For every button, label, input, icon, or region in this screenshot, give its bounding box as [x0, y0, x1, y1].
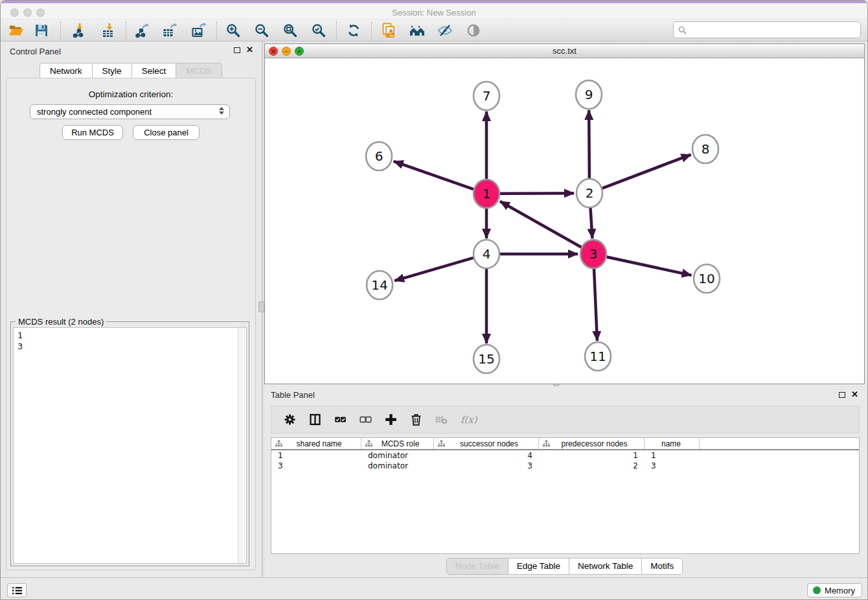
plus-icon — [384, 413, 398, 426]
add-column-button[interactable] — [383, 412, 398, 428]
deselect-all-columns-button[interactable] — [358, 412, 373, 428]
optimization-criterion-label: Optimization criterion: — [6, 89, 255, 99]
graph-node-8[interactable]: 8 — [692, 135, 718, 163]
export-image-button[interactable] — [190, 21, 207, 39]
columns-icon — [308, 413, 322, 426]
graph-node-15[interactable]: 15 — [474, 345, 499, 373]
save-session-button[interactable] — [32, 21, 50, 39]
column-chooser-button[interactable] — [307, 412, 323, 428]
float-panel-icon[interactable] — [234, 47, 240, 53]
graph-edge-4-14[interactable] — [394, 258, 474, 281]
export-table-icon — [162, 23, 177, 38]
hide-selected-button[interactable] — [436, 21, 453, 39]
run-mcds-button[interactable]: Run MCDS — [62, 125, 123, 140]
delete-table-button[interactable] — [433, 412, 449, 428]
graph-edge-1-6[interactable] — [394, 161, 474, 189]
search-box[interactable] — [673, 21, 861, 38]
close-panel-icon[interactable]: ✕ — [246, 47, 253, 53]
graph-node-14[interactable]: 14 — [367, 271, 393, 299]
first-neighbors-button[interactable] — [408, 21, 426, 39]
graph-node-11[interactable]: 11 — [585, 342, 611, 371]
open-session-button[interactable] — [7, 21, 25, 39]
table-body: 1dominator4113dominator323 — [271, 450, 859, 471]
apply-function-button[interactable]: f(x) — [459, 412, 481, 428]
mcds-result-textarea[interactable]: 1 3 — [13, 327, 247, 564]
control-panel-title: Control Panel — [10, 47, 61, 56]
tab-motifs[interactable]: Motifs — [642, 558, 683, 575]
task-history-button[interactable] — [7, 583, 27, 597]
zoom-selected-icon — [311, 23, 326, 38]
eye-ball-icon — [466, 23, 481, 38]
settings-gear-button[interactable] — [282, 412, 297, 428]
tab-edge-table[interactable]: Edge Table — [508, 558, 569, 575]
graph-edge-3-11[interactable] — [594, 268, 597, 341]
optimization-criterion-select[interactable]: strongly connected component — [30, 104, 230, 119]
import-table-button[interactable] — [100, 21, 117, 39]
delete-column-button[interactable] — [408, 412, 424, 428]
table-cell: 3 — [434, 461, 539, 471]
graph-node-4[interactable]: 4 — [474, 240, 499, 268]
close-panel-button[interactable]: Close panel — [133, 125, 200, 140]
refresh-button[interactable] — [345, 21, 362, 39]
svg-text:2: 2 — [586, 185, 594, 201]
float-table-panel-icon[interactable] — [839, 392, 845, 398]
checked-boxes-icon — [334, 413, 347, 426]
graph-node-9[interactable]: 9 — [576, 80, 602, 109]
zoom-in-icon — [225, 23, 241, 38]
table-cell: 1 — [645, 450, 700, 461]
search-icon — [678, 26, 687, 34]
close-table-panel-icon[interactable]: ✕ — [851, 391, 858, 398]
graph-node-2[interactable]: 2 — [577, 179, 602, 207]
column-header-MCDS-role[interactable]: MCDS role — [361, 438, 434, 449]
graph-node-6[interactable]: 6 — [366, 142, 392, 170]
mcds-result-title: MCDS result (2 nodes) — [16, 317, 106, 327]
select-all-columns-button[interactable] — [332, 412, 348, 428]
graph-node-3[interactable]: 3 — [580, 240, 606, 268]
table-cell: dominator — [361, 450, 434, 461]
mcds-result-groupbox: MCDS result (2 nodes) 1 3 — [10, 321, 249, 566]
import-network-button[interactable] — [70, 21, 87, 39]
table-panel: Table Panel ✕ — [264, 388, 865, 577]
table-row[interactable]: 1dominator411 — [271, 450, 859, 461]
table-cell: 3 — [271, 461, 361, 471]
table-cell: dominator — [361, 461, 434, 471]
zoom-out-button[interactable] — [253, 21, 270, 39]
eye-slash-icon — [437, 23, 453, 38]
graph-edge-3-1[interactable] — [500, 202, 582, 248]
svg-text:8: 8 — [702, 141, 710, 157]
column-header-name[interactable]: name — [645, 438, 700, 449]
tab-node-table[interactable]: Node Table — [446, 558, 508, 575]
tab-network-table[interactable]: Network Table — [569, 558, 642, 575]
graph-node-1[interactable]: 1 — [474, 179, 499, 208]
show-all-button[interactable] — [464, 21, 482, 39]
graph-edge-2-9[interactable] — [589, 110, 589, 179]
memory-status-icon — [813, 586, 821, 594]
graph-edge-2-3[interactable] — [590, 207, 592, 238]
memory-button[interactable]: Memory — [807, 583, 862, 597]
export-network-button[interactable] — [133, 21, 150, 39]
search-input[interactable] — [687, 23, 860, 36]
column-header-shared-name[interactable]: shared name — [271, 438, 361, 449]
zoom-fit-button[interactable] — [281, 21, 299, 39]
graph-edge-2-8[interactable] — [602, 155, 691, 189]
network-title: scc.txt — [265, 46, 864, 56]
graph-node-10[interactable]: 10 — [694, 264, 720, 293]
export-table-button[interactable] — [161, 21, 178, 39]
result-scrollbar[interactable] — [238, 328, 246, 563]
zoom-in-button[interactable] — [224, 21, 242, 39]
column-header-predecessor-nodes[interactable]: predecessor nodes — [539, 438, 645, 449]
refresh-icon — [346, 23, 361, 38]
graph-edge-1-2[interactable] — [500, 193, 574, 194]
vertical-splitter-handle[interactable] — [258, 301, 264, 312]
save-icon — [34, 23, 49, 38]
table-row[interactable]: 3dominator323 — [271, 461, 859, 471]
table-header-row: shared nameMCDS rolesuccessor nodesprede… — [271, 438, 859, 450]
graph-edge-3-10[interactable] — [607, 257, 692, 275]
column-header-successor-nodes[interactable]: successor nodes — [434, 438, 539, 449]
network-canvas[interactable]: 7968124314101511 — [265, 58, 864, 384]
table-tabs: Node TableEdge TableNetwork TableMotifs — [264, 558, 865, 575]
zoom-selected-button[interactable] — [310, 21, 327, 39]
graph-node-7[interactable]: 7 — [474, 82, 499, 110]
open-folder-icon — [8, 23, 24, 38]
clone-network-button[interactable] — [380, 21, 397, 39]
